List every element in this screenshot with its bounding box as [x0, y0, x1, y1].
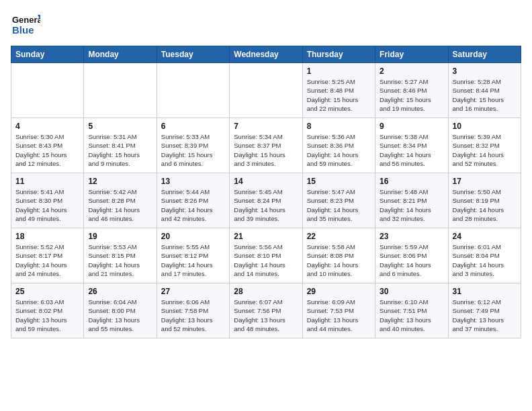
day-info: Sunrise: 6:07 AM Sunset: 7:56 PM Dayligh… [234, 298, 298, 333]
day-info: Sunrise: 5:34 AM Sunset: 8:37 PM Dayligh… [234, 132, 298, 168]
day-info: Sunrise: 5:48 AM Sunset: 8:21 PM Dayligh… [380, 187, 443, 223]
calendar-cell: 25Sunrise: 6:03 AM Sunset: 8:02 PM Dayli… [11, 283, 84, 338]
calendar-cell: 23Sunrise: 5:59 AM Sunset: 8:06 PM Dayli… [375, 228, 448, 283]
calendar-cell: 21Sunrise: 5:56 AM Sunset: 8:10 PM Dayli… [230, 228, 302, 283]
calendar-cell: 4Sunrise: 5:30 AM Sunset: 8:43 PM Daylig… [11, 118, 84, 173]
calendar-cell: 22Sunrise: 5:58 AM Sunset: 8:08 PM Dayli… [302, 228, 375, 283]
weekday-header: Friday [375, 46, 448, 63]
calendar-cell: 10Sunrise: 5:39 AM Sunset: 8:32 PM Dayli… [448, 118, 521, 173]
day-number: 25 [15, 287, 79, 296]
calendar-cell: 20Sunrise: 5:55 AM Sunset: 8:12 PM Dayli… [157, 228, 229, 283]
day-number: 17 [453, 177, 517, 186]
day-number: 4 [15, 122, 79, 131]
day-number: 6 [161, 122, 225, 131]
day-number: 12 [88, 177, 152, 186]
page-header: General Blue [11, 11, 521, 40]
day-number: 29 [307, 287, 371, 296]
day-info: Sunrise: 5:59 AM Sunset: 8:06 PM Dayligh… [380, 242, 443, 278]
calendar-cell: 1Sunrise: 5:25 AM Sunset: 8:48 PM Daylig… [302, 63, 375, 118]
calendar-cell: 5Sunrise: 5:31 AM Sunset: 8:41 PM Daylig… [84, 118, 157, 173]
day-info: Sunrise: 5:38 AM Sunset: 8:34 PM Dayligh… [380, 132, 443, 168]
calendar-cell: 17Sunrise: 5:50 AM Sunset: 8:19 PM Dayli… [448, 173, 521, 228]
day-info: Sunrise: 5:41 AM Sunset: 8:30 PM Dayligh… [15, 187, 79, 223]
calendar-cell: 28Sunrise: 6:07 AM Sunset: 7:56 PM Dayli… [230, 283, 302, 338]
day-number: 24 [453, 232, 517, 241]
calendar-cell: 9Sunrise: 5:38 AM Sunset: 8:34 PM Daylig… [375, 118, 448, 173]
calendar-cell: 24Sunrise: 6:01 AM Sunset: 8:04 PM Dayli… [448, 228, 521, 283]
day-number: 22 [307, 232, 371, 241]
logo: General Blue [11, 11, 40, 40]
day-number: 26 [88, 287, 152, 296]
day-info: Sunrise: 5:36 AM Sunset: 8:36 PM Dayligh… [307, 132, 371, 168]
calendar-cell: 31Sunrise: 6:12 AM Sunset: 7:49 PM Dayli… [448, 283, 521, 338]
day-info: Sunrise: 5:25 AM Sunset: 8:48 PM Dayligh… [307, 77, 371, 113]
day-info: Sunrise: 6:09 AM Sunset: 7:53 PM Dayligh… [307, 298, 371, 333]
svg-text:General: General [12, 15, 40, 25]
day-info: Sunrise: 6:06 AM Sunset: 7:58 PM Dayligh… [161, 298, 225, 333]
weekday-header: Sunday [11, 46, 84, 63]
day-number: 19 [88, 232, 152, 241]
weekday-header: Tuesday [157, 46, 229, 63]
calendar-cell: 15Sunrise: 5:47 AM Sunset: 8:23 PM Dayli… [302, 173, 375, 228]
calendar-cell [11, 63, 84, 118]
calendar-cell: 13Sunrise: 5:44 AM Sunset: 8:26 PM Dayli… [157, 173, 229, 228]
day-number: 21 [234, 232, 298, 241]
day-number: 16 [380, 177, 443, 186]
calendar-cell: 7Sunrise: 5:34 AM Sunset: 8:37 PM Daylig… [230, 118, 302, 173]
day-info: Sunrise: 5:52 AM Sunset: 8:17 PM Dayligh… [15, 242, 79, 278]
day-number: 2 [380, 66, 443, 76]
calendar-cell [157, 63, 229, 118]
day-info: Sunrise: 5:28 AM Sunset: 8:44 PM Dayligh… [453, 77, 517, 113]
calendar-cell: 14Sunrise: 5:45 AM Sunset: 8:24 PM Dayli… [230, 173, 302, 228]
calendar-cell: 8Sunrise: 5:36 AM Sunset: 8:36 PM Daylig… [302, 118, 375, 173]
weekday-header: Thursday [302, 46, 375, 63]
weekday-header: Wednesday [230, 46, 302, 63]
day-number: 30 [380, 287, 443, 296]
day-info: Sunrise: 5:42 AM Sunset: 8:28 PM Dayligh… [88, 187, 152, 223]
calendar-cell: 12Sunrise: 5:42 AM Sunset: 8:28 PM Dayli… [84, 173, 157, 228]
day-info: Sunrise: 5:55 AM Sunset: 8:12 PM Dayligh… [161, 242, 225, 278]
day-number: 3 [453, 66, 517, 76]
day-info: Sunrise: 6:12 AM Sunset: 7:49 PM Dayligh… [453, 298, 517, 333]
logo-svg: General Blue [11, 11, 40, 40]
day-number: 10 [453, 122, 517, 131]
day-info: Sunrise: 5:47 AM Sunset: 8:23 PM Dayligh… [307, 187, 371, 223]
calendar-cell: 19Sunrise: 5:53 AM Sunset: 8:15 PM Dayli… [84, 228, 157, 283]
day-info: Sunrise: 5:56 AM Sunset: 8:10 PM Dayligh… [234, 242, 298, 278]
calendar-cell: 6Sunrise: 5:33 AM Sunset: 8:39 PM Daylig… [157, 118, 229, 173]
day-number: 27 [161, 287, 225, 296]
day-number: 28 [234, 287, 298, 296]
day-number: 7 [234, 122, 298, 131]
day-number: 20 [161, 232, 225, 241]
day-number: 14 [234, 177, 298, 186]
calendar-cell: 27Sunrise: 6:06 AM Sunset: 7:58 PM Dayli… [157, 283, 229, 338]
svg-text:Blue: Blue [12, 24, 34, 36]
calendar-cell: 16Sunrise: 5:48 AM Sunset: 8:21 PM Dayli… [375, 173, 448, 228]
day-number: 31 [453, 287, 517, 296]
day-info: Sunrise: 5:39 AM Sunset: 8:32 PM Dayligh… [453, 132, 517, 168]
day-info: Sunrise: 5:30 AM Sunset: 8:43 PM Dayligh… [15, 132, 79, 168]
day-number: 8 [307, 122, 371, 131]
day-info: Sunrise: 5:31 AM Sunset: 8:41 PM Dayligh… [88, 132, 152, 168]
weekday-header: Saturday [448, 46, 521, 63]
day-number: 5 [88, 122, 152, 131]
day-info: Sunrise: 5:50 AM Sunset: 8:19 PM Dayligh… [453, 187, 517, 223]
calendar-cell: 29Sunrise: 6:09 AM Sunset: 7:53 PM Dayli… [302, 283, 375, 338]
calendar-cell: 26Sunrise: 6:04 AM Sunset: 8:00 PM Dayli… [84, 283, 157, 338]
day-number: 9 [380, 122, 443, 131]
day-number: 13 [161, 177, 225, 186]
day-info: Sunrise: 5:58 AM Sunset: 8:08 PM Dayligh… [307, 242, 371, 278]
day-info: Sunrise: 6:03 AM Sunset: 8:02 PM Dayligh… [15, 298, 79, 333]
calendar-table: SundayMondayTuesdayWednesdayThursdayFrid… [11, 46, 521, 338]
weekday-header: Monday [84, 46, 157, 63]
calendar-cell: 18Sunrise: 5:52 AM Sunset: 8:17 PM Dayli… [11, 228, 84, 283]
calendar-cell [84, 63, 157, 118]
day-number: 1 [307, 66, 371, 76]
day-info: Sunrise: 5:53 AM Sunset: 8:15 PM Dayligh… [88, 242, 152, 278]
calendar-cell: 3Sunrise: 5:28 AM Sunset: 8:44 PM Daylig… [448, 63, 521, 118]
calendar-cell: 2Sunrise: 5:27 AM Sunset: 8:46 PM Daylig… [375, 63, 448, 118]
day-number: 23 [380, 232, 443, 241]
calendar-cell: 11Sunrise: 5:41 AM Sunset: 8:30 PM Dayli… [11, 173, 84, 228]
day-info: Sunrise: 5:27 AM Sunset: 8:46 PM Dayligh… [380, 77, 443, 113]
day-number: 11 [15, 177, 79, 186]
